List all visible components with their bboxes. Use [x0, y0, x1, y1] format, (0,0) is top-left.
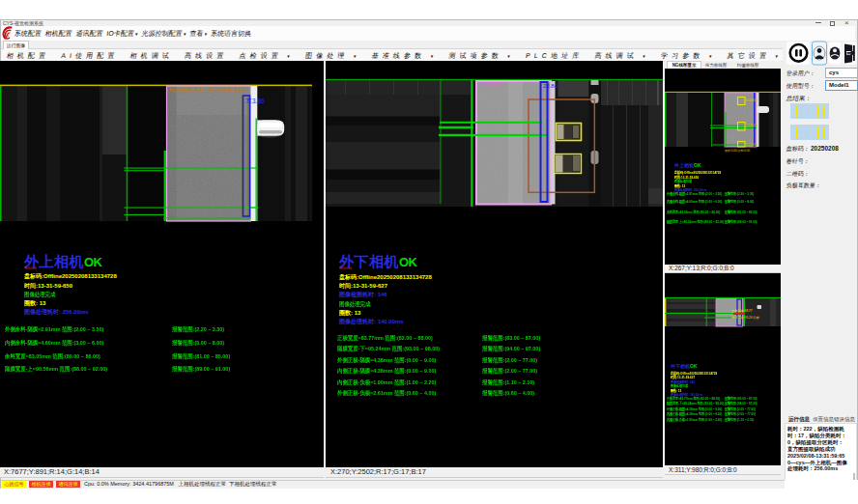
svg-text:耳3.86: 耳3.86	[246, 98, 266, 104]
svg-text:正极宽度:83.77: 正极宽度:83.77	[731, 309, 753, 313]
svg-text:0.006:0.0: 0.006:0.0	[746, 124, 758, 127]
svg-text:0.006:0.0: 0.006:0.0	[746, 143, 758, 147]
svg-text:0.006:0.0: 0.006:0.0	[746, 98, 758, 102]
svg-text:23.80: 23.80	[543, 83, 558, 89]
svg-text:隔膜宽度:95.24:负极: 隔膜宽度:95.24:负极	[731, 316, 760, 320]
svg-text:面积:0.00 比例:0.00: 面积:0.00 比例:0.00	[725, 149, 751, 153]
svg-text:动态阈值:93，动态阈值:100: 动态阈值:93，动态阈值:100	[169, 87, 245, 94]
svg-text:AI检测框: AI检测框	[479, 81, 502, 88]
